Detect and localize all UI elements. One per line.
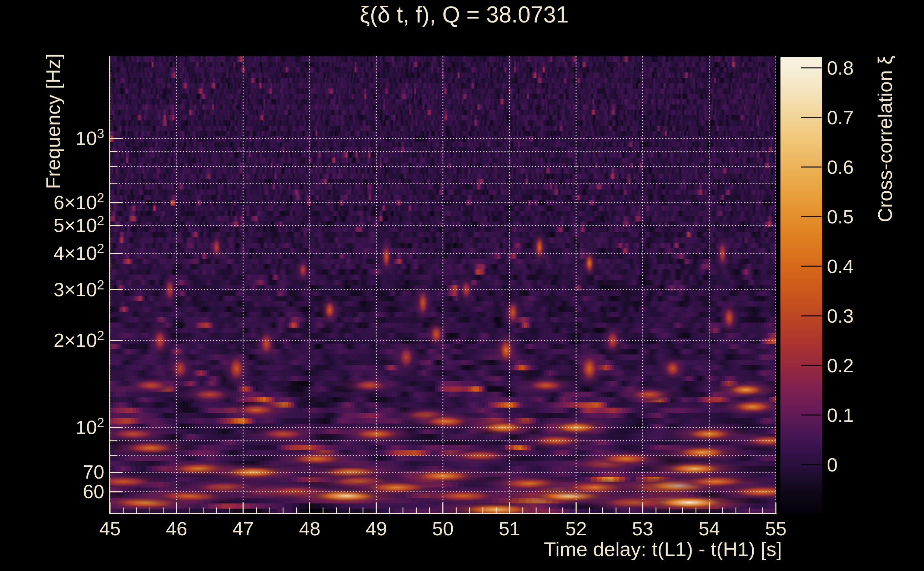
- colorbar-tick-label: 0: [827, 454, 837, 476]
- colorbar-title: Cross-correlation ξ: [873, 56, 896, 222]
- colorbar-tick-label: 0.6: [827, 156, 854, 178]
- x-tick-label: 45: [99, 517, 121, 540]
- y-axis-title: Frequency [Hz]: [42, 54, 65, 189]
- y-tick-label: 60: [83, 480, 104, 502]
- plot-title: ξ(δ t, f), Q = 38.0731: [360, 2, 569, 28]
- colorbar-tick-label: 0.4: [827, 255, 854, 277]
- colorbar-tick-label: 0.3: [827, 305, 854, 327]
- y-tick-label: 102: [76, 416, 105, 438]
- x-tick-label: 54: [698, 517, 720, 540]
- colorbar-tick-label: 0.5: [827, 205, 854, 228]
- x-tick-label: 52: [565, 517, 587, 540]
- colorbar-tick-label: 0.2: [827, 354, 854, 377]
- y-tick-label: 103: [76, 127, 105, 149]
- x-tick-label: 50: [432, 517, 453, 540]
- colorbar-tick-label: 0.8: [827, 57, 854, 79]
- x-tick-label: 55: [765, 517, 786, 540]
- colorbar: [780, 57, 822, 513]
- plot-area: [110, 56, 776, 513]
- x-tick-label: 49: [366, 517, 387, 540]
- y-tick-label: 4×102: [54, 242, 104, 264]
- y-tick-label: 5×102: [54, 214, 104, 236]
- figure: ξ(δ t, f), Q = 38.0731 Frequency [Hz] Ti…: [0, 0, 924, 571]
- x-tick-label: 46: [166, 517, 187, 540]
- x-axis-title: Time delay: t(L1) - t(H1) [s]: [544, 537, 782, 561]
- y-tick-label: 70: [83, 461, 104, 483]
- x-tick-label: 47: [232, 517, 254, 540]
- y-tick-label: 6×102: [54, 191, 104, 213]
- y-tick-label: 3×102: [54, 278, 104, 300]
- colorbar-tick-label: 0.7: [827, 106, 854, 128]
- y-tick-label: 2×102: [54, 329, 104, 351]
- x-tick-label: 48: [299, 517, 320, 540]
- x-tick-label: 53: [632, 517, 654, 540]
- colorbar-tick-label: 0.1: [827, 404, 854, 426]
- x-tick-label: 51: [499, 517, 520, 540]
